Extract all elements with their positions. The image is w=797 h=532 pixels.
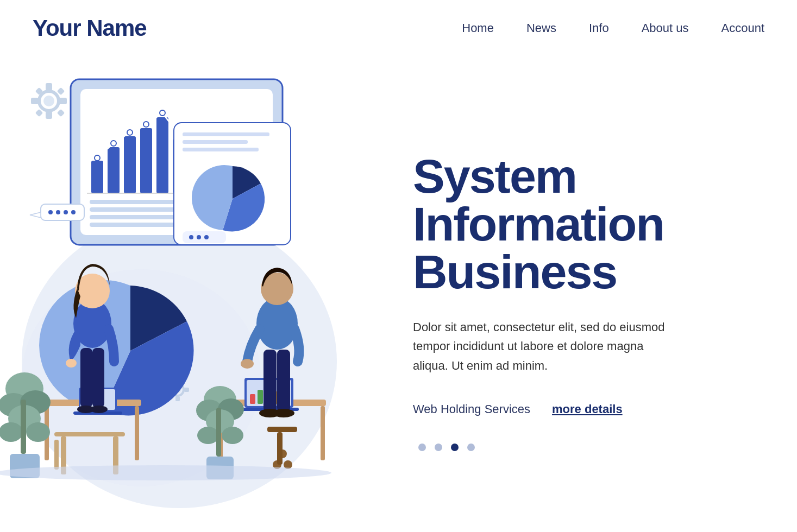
svg-rect-44 (183, 148, 259, 151)
svg-rect-83 (258, 390, 263, 404)
web-holding-label: Web Holding Services (413, 402, 530, 416)
more-details-link[interactable]: more details (552, 402, 623, 416)
svg-rect-68 (80, 348, 92, 408)
svg-rect-20 (91, 161, 103, 193)
svg-point-32 (127, 130, 133, 135)
svg-point-111 (0, 465, 331, 480)
svg-point-34 (160, 110, 165, 116)
nav-home[interactable]: Home (462, 21, 494, 35)
svg-rect-49 (41, 204, 84, 220)
hero-text: System Information Business Dolor sit am… (380, 52, 797, 530)
hero-illustration (0, 52, 380, 530)
svg-rect-42 (183, 132, 269, 136)
svg-rect-8 (57, 87, 65, 95)
svg-rect-76 (277, 432, 283, 465)
svg-point-71 (90, 406, 108, 413)
svg-rect-10 (57, 109, 65, 117)
svg-rect-91 (263, 350, 277, 412)
svg-point-47 (197, 235, 201, 239)
svg-point-100 (0, 422, 23, 442)
hero-title: System Information Business (413, 153, 754, 296)
svg-point-11 (43, 96, 54, 106)
svg-point-67 (66, 359, 77, 368)
svg-rect-55 (54, 432, 125, 436)
svg-rect-40 (90, 223, 177, 227)
main-nav: Home News Info About us Account (462, 21, 764, 35)
main-content: System Information Business Dolor sit am… (0, 52, 797, 530)
svg-point-30 (95, 155, 100, 161)
svg-point-108 (197, 427, 219, 444)
svg-rect-79 (321, 406, 325, 460)
svg-rect-102 (21, 400, 26, 454)
svg-marker-50 (30, 212, 41, 218)
svg-rect-61 (135, 406, 139, 460)
svg-point-53 (64, 210, 68, 214)
svg-rect-6 (59, 98, 67, 104)
pagination-dot-4[interactable] (467, 444, 475, 451)
hero-description: Dolor sit amet, consectetur elit, sed do… (413, 318, 674, 375)
svg-rect-43 (183, 140, 248, 144)
header: Your Name Home News Info About us Accoun… (0, 0, 797, 52)
svg-rect-16 (184, 388, 189, 392)
pagination-dot-2[interactable] (435, 444, 442, 451)
svg-point-101 (26, 422, 50, 442)
svg-rect-58 (54, 440, 59, 470)
svg-rect-3 (46, 83, 52, 91)
bottom-row: Web Holding Services more details (413, 402, 754, 416)
svg-rect-5 (31, 98, 39, 104)
svg-point-90 (241, 359, 254, 369)
svg-rect-4 (46, 111, 52, 119)
svg-point-51 (48, 210, 53, 214)
svg-rect-92 (277, 350, 290, 412)
svg-rect-110 (216, 408, 221, 457)
logo[interactable]: Your Name (33, 15, 147, 41)
nav-account[interactable]: Account (721, 21, 765, 35)
svg-point-94 (273, 409, 294, 417)
svg-rect-82 (250, 394, 255, 404)
svg-point-48 (204, 235, 209, 239)
svg-rect-69 (92, 348, 104, 408)
svg-rect-23 (140, 128, 152, 193)
pagination-dots (418, 444, 754, 451)
svg-point-46 (189, 235, 193, 239)
svg-point-54 (71, 210, 76, 214)
svg-rect-21 (108, 147, 120, 193)
svg-point-31 (111, 141, 116, 146)
svg-rect-14 (175, 396, 180, 401)
svg-point-88 (256, 297, 298, 350)
svg-point-33 (143, 122, 149, 127)
svg-point-109 (222, 427, 243, 444)
nav-info[interactable]: Info (589, 21, 609, 35)
svg-rect-24 (156, 117, 168, 193)
nav-news[interactable]: News (526, 21, 556, 35)
svg-point-52 (56, 210, 60, 214)
svg-rect-22 (124, 136, 136, 193)
pagination-dot-1[interactable] (418, 444, 426, 451)
nav-about[interactable]: About us (642, 21, 689, 35)
svg-rect-9 (35, 109, 43, 117)
svg-rect-75 (267, 427, 297, 432)
pagination-dot-3[interactable] (451, 444, 459, 451)
